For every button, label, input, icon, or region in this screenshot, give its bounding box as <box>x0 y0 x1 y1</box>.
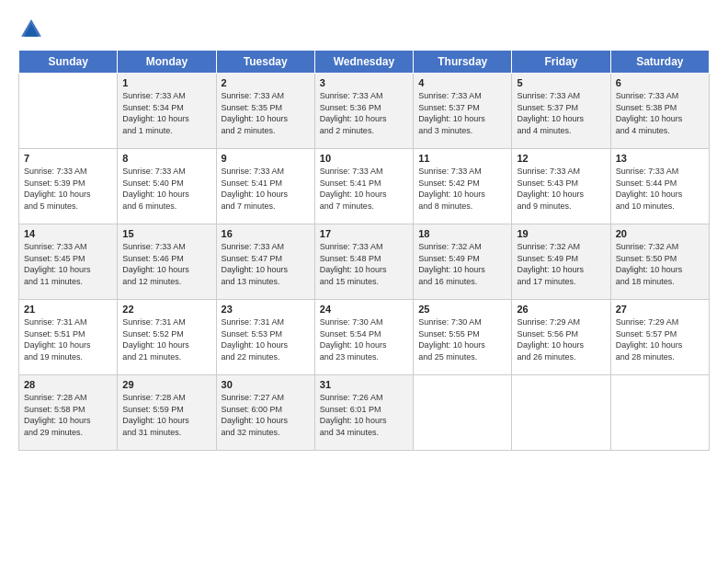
header-row: SundayMondayTuesdayWednesdayThursdayFrid… <box>19 51 710 74</box>
day-number: 24 <box>320 304 408 315</box>
day-number: 26 <box>517 304 605 315</box>
day-info: Sunrise: 7:27 AM Sunset: 6:00 PM Dayligh… <box>222 392 310 438</box>
day-number: 12 <box>517 153 605 164</box>
day-number: 22 <box>122 304 210 315</box>
calendar-cell: 14Sunrise: 7:33 AM Sunset: 5:45 PM Dayli… <box>19 224 118 300</box>
day-info: Sunrise: 7:31 AM Sunset: 5:53 PM Dayligh… <box>222 316 310 362</box>
calendar-header: SundayMondayTuesdayWednesdayThursdayFrid… <box>19 51 710 74</box>
calendar-cell: 13Sunrise: 7:33 AM Sunset: 5:44 PM Dayli… <box>610 149 709 224</box>
logo <box>18 17 48 42</box>
calendar-cell: 15Sunrise: 7:33 AM Sunset: 5:46 PM Dayli… <box>118 224 216 300</box>
day-info: Sunrise: 7:32 AM Sunset: 5:49 PM Dayligh… <box>418 241 506 287</box>
day-number: 21 <box>24 304 112 315</box>
calendar-row: 14Sunrise: 7:33 AM Sunset: 5:45 PM Dayli… <box>19 224 710 300</box>
day-info: Sunrise: 7:30 AM Sunset: 5:54 PM Dayligh… <box>320 316 408 362</box>
header-day: Friday <box>512 51 610 74</box>
day-info: Sunrise: 7:31 AM Sunset: 5:52 PM Dayligh… <box>122 316 210 362</box>
day-number: 20 <box>616 228 704 239</box>
day-info: Sunrise: 7:33 AM Sunset: 5:44 PM Dayligh… <box>616 166 704 212</box>
calendar-row: 1Sunrise: 7:33 AM Sunset: 5:34 PM Daylig… <box>19 74 710 149</box>
day-info: Sunrise: 7:29 AM Sunset: 5:57 PM Dayligh… <box>616 316 704 362</box>
day-number: 25 <box>418 304 506 315</box>
header-day: Saturday <box>610 51 709 74</box>
day-info: Sunrise: 7:33 AM Sunset: 5:40 PM Dayligh… <box>122 166 210 212</box>
calendar-cell <box>19 74 118 149</box>
day-number: 18 <box>418 228 506 239</box>
day-number: 2 <box>222 77 310 88</box>
calendar-cell: 11Sunrise: 7:33 AM Sunset: 5:42 PM Dayli… <box>414 149 512 224</box>
day-info: Sunrise: 7:33 AM Sunset: 5:41 PM Dayligh… <box>222 166 310 212</box>
calendar-cell: 12Sunrise: 7:33 AM Sunset: 5:43 PM Dayli… <box>512 149 610 224</box>
calendar-table: SundayMondayTuesdayWednesdayThursdayFrid… <box>18 50 710 451</box>
day-number: 11 <box>418 153 506 164</box>
day-info: Sunrise: 7:32 AM Sunset: 5:50 PM Dayligh… <box>616 241 704 287</box>
day-number: 29 <box>122 379 210 390</box>
day-info: Sunrise: 7:33 AM Sunset: 5:47 PM Dayligh… <box>222 241 310 287</box>
calendar-cell: 16Sunrise: 7:33 AM Sunset: 5:47 PM Dayli… <box>216 224 314 300</box>
day-number: 19 <box>517 228 605 239</box>
calendar-cell: 24Sunrise: 7:30 AM Sunset: 5:54 PM Dayli… <box>314 300 413 375</box>
day-number: 27 <box>616 304 704 315</box>
day-info: Sunrise: 7:28 AM Sunset: 5:58 PM Dayligh… <box>24 392 112 438</box>
calendar-cell: 21Sunrise: 7:31 AM Sunset: 5:51 PM Dayli… <box>19 300 118 375</box>
calendar-cell: 2Sunrise: 7:33 AM Sunset: 5:35 PM Daylig… <box>216 74 314 149</box>
calendar-row: 28Sunrise: 7:28 AM Sunset: 5:58 PM Dayli… <box>19 375 710 451</box>
calendar-cell: 27Sunrise: 7:29 AM Sunset: 5:57 PM Dayli… <box>610 300 709 375</box>
day-number: 14 <box>24 228 112 239</box>
calendar-cell: 18Sunrise: 7:32 AM Sunset: 5:49 PM Dayli… <box>414 224 512 300</box>
day-number: 30 <box>222 379 310 390</box>
header-day: Thursday <box>414 51 512 74</box>
day-info: Sunrise: 7:33 AM Sunset: 5:42 PM Dayligh… <box>418 166 506 212</box>
day-info: Sunrise: 7:30 AM Sunset: 5:55 PM Dayligh… <box>418 316 506 362</box>
day-info: Sunrise: 7:33 AM Sunset: 5:43 PM Dayligh… <box>517 166 605 212</box>
calendar-cell: 29Sunrise: 7:28 AM Sunset: 5:59 PM Dayli… <box>118 375 216 451</box>
day-number: 10 <box>320 153 408 164</box>
day-number: 5 <box>517 77 605 88</box>
calendar-cell: 28Sunrise: 7:28 AM Sunset: 5:58 PM Dayli… <box>19 375 118 451</box>
calendar-cell: 25Sunrise: 7:30 AM Sunset: 5:55 PM Dayli… <box>414 300 512 375</box>
day-number: 16 <box>222 228 310 239</box>
calendar-cell: 5Sunrise: 7:33 AM Sunset: 5:37 PM Daylig… <box>512 74 610 149</box>
header-day: Wednesday <box>314 51 413 74</box>
day-info: Sunrise: 7:29 AM Sunset: 5:56 PM Dayligh… <box>517 316 605 362</box>
calendar-cell: 1Sunrise: 7:33 AM Sunset: 5:34 PM Daylig… <box>118 74 216 149</box>
calendar-cell: 7Sunrise: 7:33 AM Sunset: 5:39 PM Daylig… <box>19 149 118 224</box>
calendar-cell: 22Sunrise: 7:31 AM Sunset: 5:52 PM Dayli… <box>118 300 216 375</box>
calendar-cell: 26Sunrise: 7:29 AM Sunset: 5:56 PM Dayli… <box>512 300 610 375</box>
calendar-cell: 19Sunrise: 7:32 AM Sunset: 5:49 PM Dayli… <box>512 224 610 300</box>
header-day: Monday <box>118 51 216 74</box>
day-info: Sunrise: 7:33 AM Sunset: 5:46 PM Dayligh… <box>122 241 210 287</box>
day-info: Sunrise: 7:33 AM Sunset: 5:39 PM Dayligh… <box>24 166 112 212</box>
day-info: Sunrise: 7:33 AM Sunset: 5:36 PM Dayligh… <box>320 90 408 136</box>
day-number: 17 <box>320 228 408 239</box>
page: SundayMondayTuesdayWednesdayThursdayFrid… <box>0 0 728 563</box>
day-info: Sunrise: 7:33 AM Sunset: 5:41 PM Dayligh… <box>320 166 408 212</box>
day-info: Sunrise: 7:33 AM Sunset: 5:35 PM Dayligh… <box>222 90 310 136</box>
calendar-cell: 4Sunrise: 7:33 AM Sunset: 5:37 PM Daylig… <box>414 74 512 149</box>
day-number: 6 <box>616 77 704 88</box>
calendar-row: 7Sunrise: 7:33 AM Sunset: 5:39 PM Daylig… <box>19 149 710 224</box>
calendar-cell: 17Sunrise: 7:33 AM Sunset: 5:48 PM Dayli… <box>314 224 413 300</box>
day-number: 1 <box>122 77 210 88</box>
header-day: Sunday <box>19 51 118 74</box>
day-number: 31 <box>320 379 408 390</box>
calendar-cell <box>610 375 709 451</box>
day-number: 15 <box>122 228 210 239</box>
day-number: 23 <box>222 304 310 315</box>
day-number: 7 <box>24 153 112 164</box>
day-info: Sunrise: 7:26 AM Sunset: 6:01 PM Dayligh… <box>320 392 408 438</box>
day-number: 3 <box>320 77 408 88</box>
day-info: Sunrise: 7:33 AM Sunset: 5:37 PM Dayligh… <box>418 90 506 136</box>
day-info: Sunrise: 7:33 AM Sunset: 5:45 PM Dayligh… <box>24 241 112 287</box>
day-info: Sunrise: 7:33 AM Sunset: 5:38 PM Dayligh… <box>616 90 704 136</box>
calendar-cell: 31Sunrise: 7:26 AM Sunset: 6:01 PM Dayli… <box>314 375 413 451</box>
day-info: Sunrise: 7:33 AM Sunset: 5:48 PM Dayligh… <box>320 241 408 287</box>
day-number: 4 <box>418 77 506 88</box>
day-number: 28 <box>24 379 112 390</box>
calendar-cell: 10Sunrise: 7:33 AM Sunset: 5:41 PM Dayli… <box>314 149 413 224</box>
calendar-cell: 8Sunrise: 7:33 AM Sunset: 5:40 PM Daylig… <box>118 149 216 224</box>
calendar-cell: 23Sunrise: 7:31 AM Sunset: 5:53 PM Dayli… <box>216 300 314 375</box>
day-number: 13 <box>616 153 704 164</box>
header <box>18 17 710 42</box>
calendar-cell <box>512 375 610 451</box>
